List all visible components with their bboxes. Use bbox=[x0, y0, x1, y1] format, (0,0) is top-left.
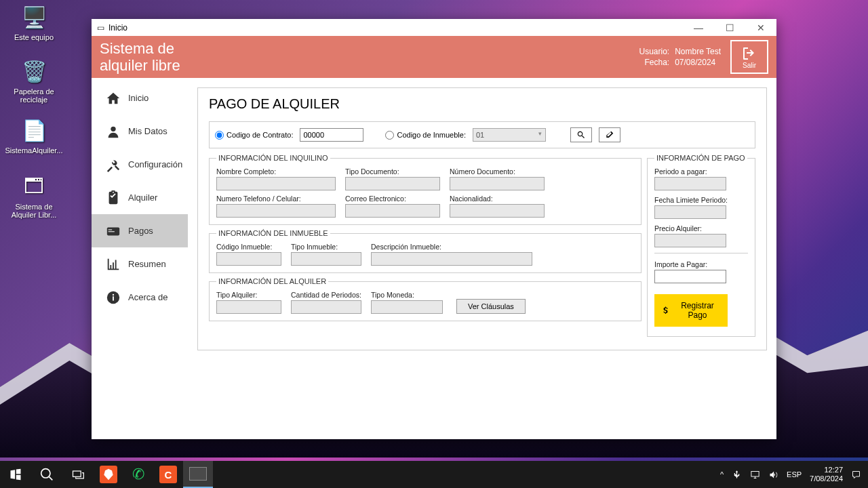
usb-icon[interactable] bbox=[732, 470, 742, 480]
nombre-field bbox=[216, 177, 336, 190]
app-icon: 🗔 bbox=[20, 173, 47, 200]
pc-icon: 🖥️ bbox=[20, 3, 47, 30]
radio-contrato-label[interactable]: Codigo de Contrato: bbox=[215, 131, 293, 140]
payments-icon bbox=[104, 223, 123, 239]
windows-icon bbox=[9, 468, 22, 481]
tipo-inmueble-field bbox=[291, 252, 361, 266]
tray-lang[interactable]: ESP bbox=[787, 470, 802, 479]
taskbar-whatsapp[interactable]: ✆ bbox=[123, 461, 153, 488]
dollar-icon bbox=[661, 306, 669, 315]
fieldset-inquilino: INFORMACIÓN DEL INQUILINO Nombre Complet… bbox=[209, 154, 642, 225]
volume-icon[interactable] bbox=[768, 470, 778, 480]
maximize-button[interactable]: ☐ bbox=[714, 19, 745, 36]
radio-contrato[interactable] bbox=[215, 131, 224, 140]
taskbar-brave[interactable] bbox=[94, 461, 123, 488]
clipboard-icon bbox=[104, 190, 123, 206]
notifications-icon[interactable] bbox=[851, 470, 861, 480]
registrar-pago-button[interactable]: Registrar Pago bbox=[654, 294, 728, 327]
cant-periodos-field bbox=[291, 300, 361, 314]
search-icon bbox=[40, 468, 54, 481]
nav-alquiler[interactable]: Alquiler bbox=[92, 181, 188, 214]
fieldset-pago: INFORMACIÓN DE PAGO Periodo a pagar: Fec… bbox=[647, 154, 755, 337]
tray-chevron[interactable]: ^ bbox=[720, 470, 724, 479]
clear-button[interactable] bbox=[599, 127, 620, 142]
legend-alquiler: INFORMACIÓN DEL ALQUILER bbox=[216, 277, 328, 285]
home-icon bbox=[104, 90, 123, 106]
search-row: Codigo de Contrato: Codigo de Inmueble: bbox=[209, 121, 755, 148]
desktop-icon-sistema-alquiler[interactable]: 📄 SistemaAlquiler... bbox=[3, 117, 64, 155]
window-title: Inicio bbox=[108, 23, 683, 33]
taskbar-camtasia[interactable]: C bbox=[153, 461, 183, 488]
titlebar[interactable]: ▭ Inicio — ☐ ✕ bbox=[92, 19, 776, 36]
taskbar-app[interactable] bbox=[183, 461, 213, 488]
contrato-input[interactable] bbox=[300, 128, 363, 142]
exit-button[interactable]: Salir bbox=[730, 40, 768, 74]
content-area: PAGO DE ALQUILER Codigo de Contrato: Cod… bbox=[188, 78, 776, 439]
info-icon bbox=[104, 289, 123, 306]
pago-panel: PAGO DE ALQUILER Codigo de Contrato: Cod… bbox=[197, 87, 767, 350]
radio-inmueble[interactable] bbox=[385, 131, 394, 140]
monitor-icon[interactable] bbox=[750, 470, 760, 480]
fieldset-alquiler: INFORMACIÓN DEL ALQUILER Tipo Alquiler: … bbox=[209, 277, 642, 321]
minimize-button[interactable]: — bbox=[683, 19, 714, 36]
fieldset-inmueble: INFORMACIÓN DEL INMUEBLE Código Inmueble… bbox=[209, 229, 642, 273]
search-taskbar-button[interactable] bbox=[31, 461, 62, 488]
codigo-inmueble-field bbox=[216, 252, 281, 266]
ver-clausulas-button[interactable]: Ver Cláusulas bbox=[456, 299, 526, 314]
eraser-icon bbox=[605, 130, 614, 140]
system-tray: ^ ESP 12:27 7/08/2024 bbox=[720, 466, 868, 483]
taskview-button[interactable] bbox=[62, 461, 94, 488]
svg-rect-8 bbox=[751, 471, 759, 476]
legend-pago: INFORMACIÓN DE PAGO bbox=[654, 154, 747, 162]
svg-rect-7 bbox=[73, 471, 81, 476]
desktop-icon-este-equipo[interactable]: 🖥️ Este equipo bbox=[3, 3, 64, 41]
svg-point-6 bbox=[113, 293, 114, 295]
nav-inicio[interactable]: Inicio bbox=[92, 81, 188, 115]
camtasia-icon: C bbox=[159, 466, 177, 483]
telefono-field bbox=[216, 204, 336, 218]
desktop-icon-sistema-libre[interactable]: 🗔 Sistema de Alquiler Libr... bbox=[3, 173, 64, 219]
nav-resumen[interactable]: Resumen bbox=[92, 247, 188, 281]
whatsapp-icon: ✆ bbox=[132, 466, 144, 483]
inmueble-combo bbox=[473, 128, 546, 142]
desc-inmueble-field bbox=[371, 252, 532, 266]
brave-icon bbox=[100, 466, 117, 483]
periodo-field bbox=[654, 177, 726, 190]
taskbar: ✆ C ^ ESP 12:27 7/08/2024 bbox=[0, 461, 868, 488]
tipo-alquiler-field bbox=[216, 300, 281, 314]
app-window-icon bbox=[189, 467, 207, 481]
app-header: Sistema de alquiler libre Usuario:Nombre… bbox=[92, 36, 776, 78]
search-button[interactable] bbox=[570, 127, 592, 142]
app-icon-small: ▭ bbox=[97, 23, 104, 33]
page-title: PAGO DE ALQUILER bbox=[209, 96, 755, 112]
chart-icon bbox=[104, 256, 123, 272]
legend-inquilino: INFORMACIÓN DEL INQUILINO bbox=[216, 154, 330, 162]
svg-rect-2 bbox=[108, 229, 113, 230]
nav-misdatos[interactable]: Mis Datos bbox=[92, 115, 188, 148]
correo-field bbox=[345, 204, 440, 218]
legend-inmueble: INFORMACIÓN DEL INMUEBLE bbox=[216, 229, 330, 237]
tools-icon bbox=[104, 157, 123, 173]
exit-icon bbox=[740, 45, 759, 62]
importe-input[interactable] bbox=[654, 270, 726, 283]
taskview-icon bbox=[71, 468, 85, 481]
nav-pagos[interactable]: Pagos bbox=[92, 214, 188, 247]
svg-rect-5 bbox=[113, 296, 114, 300]
svg-rect-3 bbox=[108, 231, 115, 232]
radio-inmueble-label[interactable]: Codigo de Inmueble: bbox=[385, 131, 466, 140]
nav-configuracion[interactable]: Configuración bbox=[92, 148, 188, 181]
search-icon bbox=[576, 130, 586, 140]
nav-acerca[interactable]: Acerca de bbox=[92, 281, 188, 314]
header-info: Usuario:Nombre Test Fecha:07/08/2024 bbox=[631, 45, 721, 68]
desktop-icon-papelera[interactable]: 🗑️ Papelera de reciclaje bbox=[3, 58, 64, 104]
tipo-moneda-field bbox=[371, 300, 443, 314]
precio-field bbox=[654, 234, 726, 247]
close-button[interactable]: ✕ bbox=[745, 19, 776, 36]
user-icon bbox=[104, 123, 123, 140]
fechalim-field bbox=[654, 205, 726, 219]
tipodoc-field bbox=[345, 177, 440, 190]
start-button[interactable] bbox=[0, 461, 31, 488]
trash-icon: 🗑️ bbox=[20, 58, 47, 85]
tray-clock[interactable]: 12:27 7/08/2024 bbox=[810, 466, 843, 483]
file-icon: 📄 bbox=[20, 117, 47, 144]
